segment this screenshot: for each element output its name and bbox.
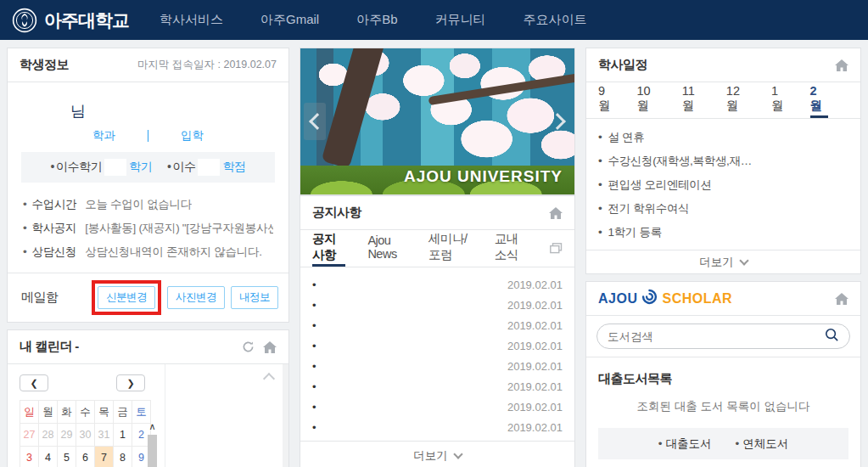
carousel-prev-arrow[interactable] (304, 103, 326, 140)
calendar-day[interactable]: 5 (58, 447, 76, 467)
calendar-prev-button[interactable]: ❮ (20, 374, 48, 391)
tab-month-sep[interactable]: 9월 (598, 82, 617, 118)
schedule-header: 학사일정 (586, 48, 860, 82)
overdue-books-tab[interactable]: 연체도서 (736, 436, 789, 452)
counsel-request-row[interactable]: 상담신청 상담신청내역이 존재하지 않습니다. (23, 240, 273, 264)
schedule-item[interactable]: 1학기 등록 (598, 221, 848, 245)
my-calendar-title: 내 캘린더 - (20, 339, 79, 355)
nav-ajou-bb[interactable]: 아주Bb (356, 12, 397, 28)
mailbox-label[interactable]: 메일함 (21, 290, 59, 306)
calendar-day[interactable]: 30 (76, 424, 95, 447)
nav-major-sites[interactable]: 주요사이트 (524, 12, 587, 28)
notice-item[interactable]: 2019.02.01 (312, 397, 563, 417)
redacted-value (198, 159, 220, 176)
university-logo[interactable]: 아주대학교 (12, 8, 129, 33)
scholar-body: 대출도서목록 조회된 대출 도서 목록이 없습니다 대출도서 연체도서 공지사항… (586, 357, 860, 467)
book-search-input[interactable] (608, 330, 825, 343)
calendar-day[interactable]: 6 (76, 447, 95, 467)
student-info-title: 학생정보 (20, 57, 69, 73)
photo-change-button[interactable]: 사진변경 (167, 286, 225, 309)
scrollbar-thumb[interactable] (148, 435, 157, 467)
notice-item[interactable]: 2019.02.01 (312, 295, 563, 315)
nav-haksa-service[interactable]: 학사서비스 (160, 12, 223, 28)
loan-list-title: 대출도서목록 (598, 368, 848, 399)
calendar-day[interactable]: 27 (20, 424, 39, 447)
notice-item[interactable]: 2019.02.01 (312, 315, 563, 335)
student-info-body: 님 학과 입학 •이수학기학기 •이수학점 수업시간 오늘 수업이 없습니다 (8, 82, 288, 273)
calendar-day-selected[interactable]: 7 (95, 447, 114, 467)
nav-community[interactable]: 커뮤니티 (435, 12, 486, 28)
collapse-chevron-icon[interactable] (263, 373, 275, 385)
ajou-scholar-logo[interactable]: AJOU SCHOLAR (598, 289, 732, 308)
notice-more-button[interactable]: 더보기 (300, 441, 574, 467)
top-navigation-bar: 아주대학교 학사서비스 아주Gmail 아주Bb 커뮤니티 주요사이트 (0, 0, 868, 40)
tab-campus-news[interactable]: 교내소식 (495, 230, 528, 267)
tab-ajou-news[interactable]: Ajou News (367, 230, 406, 267)
chevron-right-icon (549, 113, 566, 130)
schedule-item[interactable]: 수강신청(재학생,복학생,재… (598, 149, 848, 173)
schedule-month-tabs: 9월 10월 11월 12월 1월 2월 (586, 82, 860, 119)
notice-panel: 공지사항 공지사항 Ajou News 세미나/포럼 교내소식 2019.02.… (300, 195, 575, 467)
notice-item[interactable]: 2019.02.01 (312, 376, 563, 397)
academic-notice-row[interactable]: 학사공지 [봉사활동] (재공지) "[강남구자원봉사센터]… (23, 217, 273, 240)
left-column: 학생정보 마지막 접속일자 : 2019.02.07 님 학과 입학 •이수학기… (7, 48, 289, 467)
notice-item[interactable]: 2019.02.01 (312, 356, 563, 376)
home-icon[interactable] (263, 341, 277, 353)
admission-link[interactable]: 입학 (181, 128, 204, 143)
mini-calendar: ❮ ❯ 일 월 화 수 목 금 토 (8, 364, 165, 467)
calendar-day[interactable]: 3 (20, 447, 39, 467)
schedule-more-button[interactable]: 더보기 (586, 250, 860, 273)
loan-empty-message: 조회된 대출 도서 목록이 없습니다 (598, 399, 848, 428)
events-scrollbar-track[interactable] (283, 364, 288, 467)
chevron-down-icon (739, 256, 748, 265)
home-icon[interactable] (549, 207, 563, 219)
schedule-item[interactable]: 설 연휴 (598, 126, 848, 149)
scroll-up-arrow-icon[interactable]: ∧ (147, 420, 158, 432)
notice-item[interactable]: 2019.02.01 (312, 274, 563, 295)
notice-item[interactable]: 2019.02.01 (312, 335, 563, 356)
my-calendar-panel: 내 캘린더 - ❮ ❯ (7, 329, 289, 467)
tab-notice[interactable]: 공지사항 (312, 230, 345, 267)
my-info-button[interactable]: 내정보 (231, 286, 278, 309)
loan-books-tab[interactable]: 대출도서 (658, 436, 712, 452)
home-icon[interactable] (835, 59, 848, 71)
tab-month-feb[interactable]: 2월 (810, 82, 829, 118)
schedule-item[interactable]: 전기 학위수여식 (598, 197, 848, 221)
identity-change-button[interactable]: 신분변경 (98, 286, 155, 309)
notice-item[interactable]: 2019.02.01 (312, 417, 563, 437)
department-link[interactable]: 학과 (92, 128, 115, 143)
semester-stat: •이수학기학기 (51, 159, 152, 176)
notice-tabs: 공지사항 Ajou News 세미나/포럼 교내소식 (300, 230, 574, 267)
home-icon[interactable] (835, 293, 848, 305)
calendar-day[interactable]: 28 (39, 424, 58, 447)
student-status-list: 수업시간 오늘 수업이 없습니다 학사공지 [봉사활동] (재공지) "[강남구… (21, 183, 275, 273)
calendar-week-row: 3 4 5 6 7 8 9 (20, 447, 151, 467)
tab-month-jan[interactable]: 1월 (771, 82, 790, 118)
calendar-day[interactable]: 1 (114, 424, 132, 447)
chevron-left-icon (309, 113, 326, 130)
calendar-next-button[interactable]: ❯ (116, 374, 145, 391)
book-search-row (586, 316, 860, 357)
refresh-icon[interactable] (242, 340, 255, 353)
tab-seminar-forum[interactable]: 세미나/포럼 (428, 230, 473, 267)
calendar-grid: 일 월 화 수 목 금 토 27 28 29 30 (20, 400, 151, 467)
calendar-day[interactable]: 31 (95, 424, 114, 447)
tab-month-dec[interactable]: 12월 (726, 82, 751, 118)
class-time-row[interactable]: 수업시간 오늘 수업이 없습니다 (23, 193, 273, 217)
credit-stat: •이수학점 (167, 159, 245, 176)
schedule-item[interactable]: 편입생 오리엔테이션 (598, 173, 848, 197)
profile-buttons: 신분변경 사진변경 내정보 (92, 280, 278, 315)
mailbox-row: 메일함 신분변경 사진변경 내정보 (8, 273, 288, 322)
carousel-next-arrow[interactable] (549, 103, 571, 140)
calendar-day[interactable]: 8 (114, 447, 132, 467)
calendar-scrollbar[interactable]: ∧ (147, 420, 158, 467)
student-info-header: 학생정보 마지막 접속일자 : 2019.02.07 (8, 48, 288, 82)
tab-month-nov[interactable]: 11월 (682, 82, 706, 118)
calendar-day[interactable]: 4 (39, 447, 58, 467)
calendar-day[interactable]: 29 (58, 424, 76, 447)
tab-month-oct[interactable]: 10월 (637, 82, 662, 118)
open-popup-icon[interactable] (550, 230, 563, 267)
nav-ajou-gmail[interactable]: 아주Gmail (260, 12, 319, 28)
search-icon[interactable] (825, 328, 839, 346)
notice-title: 공지사항 (312, 205, 361, 221)
